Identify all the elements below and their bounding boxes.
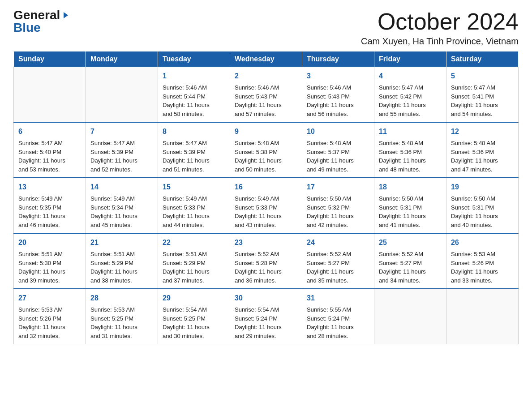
logo-arrow-icon xyxy=(62,11,70,21)
day-info: Sunrise: 5:48 AM Sunset: 5:36 PM Dayligh… xyxy=(451,139,514,174)
calendar-cell: 31Sunrise: 5:55 AM Sunset: 5:24 PM Dayli… xyxy=(302,289,374,344)
day-number: 6 xyxy=(18,126,81,137)
day-number: 4 xyxy=(379,71,442,81)
calendar-cell: 17Sunrise: 5:50 AM Sunset: 5:32 PM Dayli… xyxy=(302,178,374,233)
calendar-cell: 23Sunrise: 5:52 AM Sunset: 5:28 PM Dayli… xyxy=(230,233,302,289)
logo-general: General xyxy=(13,9,60,21)
day-info: Sunrise: 5:46 AM Sunset: 5:43 PM Dayligh… xyxy=(235,83,297,118)
day-header-tuesday: Tuesday xyxy=(158,51,230,67)
day-info: Sunrise: 5:53 AM Sunset: 5:26 PM Dayligh… xyxy=(18,305,81,340)
calendar-cell: 26Sunrise: 5:53 AM Sunset: 5:26 PM Dayli… xyxy=(446,233,519,289)
day-number: 20 xyxy=(18,237,81,248)
day-info: Sunrise: 5:49 AM Sunset: 5:35 PM Dayligh… xyxy=(18,194,81,229)
day-number: 22 xyxy=(163,237,225,248)
day-info: Sunrise: 5:51 AM Sunset: 5:30 PM Dayligh… xyxy=(18,250,81,285)
calendar-cell: 8Sunrise: 5:47 AM Sunset: 5:39 PM Daylig… xyxy=(158,122,230,178)
calendar-week-row: 6Sunrise: 5:47 AM Sunset: 5:40 PM Daylig… xyxy=(14,122,519,178)
calendar-cell: 10Sunrise: 5:48 AM Sunset: 5:37 PM Dayli… xyxy=(302,122,374,178)
calendar-cell: 12Sunrise: 5:48 AM Sunset: 5:36 PM Dayli… xyxy=(446,122,519,178)
day-info: Sunrise: 5:48 AM Sunset: 5:38 PM Dayligh… xyxy=(235,139,297,174)
logo-blue: Blue xyxy=(13,21,41,34)
day-number: 2 xyxy=(235,71,297,81)
svg-marker-0 xyxy=(64,12,68,18)
day-number: 25 xyxy=(379,237,442,248)
calendar-cell: 3Sunrise: 5:46 AM Sunset: 5:43 PM Daylig… xyxy=(302,67,374,123)
calendar-cell: 13Sunrise: 5:49 AM Sunset: 5:35 PM Dayli… xyxy=(14,178,86,233)
day-number: 31 xyxy=(307,293,369,304)
calendar-cell: 27Sunrise: 5:53 AM Sunset: 5:26 PM Dayli… xyxy=(14,289,86,344)
calendar-cell: 5Sunrise: 5:47 AM Sunset: 5:41 PM Daylig… xyxy=(446,67,519,123)
day-info: Sunrise: 5:47 AM Sunset: 5:42 PM Dayligh… xyxy=(379,83,442,118)
calendar-cell: 18Sunrise: 5:50 AM Sunset: 5:31 PM Dayli… xyxy=(374,178,446,233)
day-number: 1 xyxy=(163,71,225,81)
calendar-week-row: 1Sunrise: 5:46 AM Sunset: 5:44 PM Daylig… xyxy=(14,67,519,123)
day-info: Sunrise: 5:47 AM Sunset: 5:39 PM Dayligh… xyxy=(90,139,153,174)
day-number: 13 xyxy=(18,182,81,193)
day-number: 17 xyxy=(307,182,369,193)
day-info: Sunrise: 5:47 AM Sunset: 5:39 PM Dayligh… xyxy=(163,139,225,174)
day-number: 26 xyxy=(451,237,514,248)
day-info: Sunrise: 5:54 AM Sunset: 5:25 PM Dayligh… xyxy=(163,305,225,340)
calendar-table: SundayMondayTuesdayWednesdayThursdayFrid… xyxy=(13,51,519,344)
calendar-cell: 14Sunrise: 5:49 AM Sunset: 5:34 PM Dayli… xyxy=(86,178,158,233)
month-title: October 2024 xyxy=(361,9,519,34)
calendar-cell: 1Sunrise: 5:46 AM Sunset: 5:44 PM Daylig… xyxy=(158,67,230,123)
calendar-cell xyxy=(374,289,446,344)
calendar-header-row: SundayMondayTuesdayWednesdayThursdayFrid… xyxy=(14,51,519,67)
calendar-cell: 11Sunrise: 5:48 AM Sunset: 5:36 PM Dayli… xyxy=(374,122,446,178)
day-info: Sunrise: 5:47 AM Sunset: 5:41 PM Dayligh… xyxy=(451,83,514,118)
day-info: Sunrise: 5:46 AM Sunset: 5:44 PM Dayligh… xyxy=(163,83,225,118)
day-header-monday: Monday xyxy=(86,51,158,67)
day-header-saturday: Saturday xyxy=(446,51,519,67)
day-number: 24 xyxy=(307,237,369,248)
day-info: Sunrise: 5:52 AM Sunset: 5:27 PM Dayligh… xyxy=(379,250,442,285)
day-info: Sunrise: 5:48 AM Sunset: 5:37 PM Dayligh… xyxy=(307,139,369,174)
calendar-cell xyxy=(14,67,86,123)
day-number: 29 xyxy=(163,293,225,304)
calendar-cell: 19Sunrise: 5:50 AM Sunset: 5:31 PM Dayli… xyxy=(446,178,519,233)
day-info: Sunrise: 5:51 AM Sunset: 5:29 PM Dayligh… xyxy=(90,250,153,285)
calendar-cell: 16Sunrise: 5:49 AM Sunset: 5:33 PM Dayli… xyxy=(230,178,302,233)
day-info: Sunrise: 5:46 AM Sunset: 5:43 PM Dayligh… xyxy=(307,83,369,118)
location-title: Cam Xuyen, Ha Tinh Province, Vietnam xyxy=(361,36,519,47)
day-number: 3 xyxy=(307,71,369,81)
day-number: 9 xyxy=(235,126,297,137)
calendar-cell: 22Sunrise: 5:51 AM Sunset: 5:29 PM Dayli… xyxy=(158,233,230,289)
day-info: Sunrise: 5:53 AM Sunset: 5:26 PM Dayligh… xyxy=(451,250,514,285)
day-number: 7 xyxy=(90,126,153,137)
day-number: 27 xyxy=(18,293,81,304)
day-info: Sunrise: 5:50 AM Sunset: 5:31 PM Dayligh… xyxy=(451,194,514,229)
calendar-cell: 28Sunrise: 5:53 AM Sunset: 5:25 PM Dayli… xyxy=(86,289,158,344)
calendar-cell: 15Sunrise: 5:49 AM Sunset: 5:33 PM Dayli… xyxy=(158,178,230,233)
calendar-cell xyxy=(446,289,519,344)
calendar-cell: 21Sunrise: 5:51 AM Sunset: 5:29 PM Dayli… xyxy=(86,233,158,289)
day-number: 23 xyxy=(235,237,297,248)
day-info: Sunrise: 5:52 AM Sunset: 5:28 PM Dayligh… xyxy=(235,250,297,285)
day-number: 8 xyxy=(163,126,225,137)
calendar-cell: 20Sunrise: 5:51 AM Sunset: 5:30 PM Dayli… xyxy=(14,233,86,289)
calendar-cell: 29Sunrise: 5:54 AM Sunset: 5:25 PM Dayli… xyxy=(158,289,230,344)
day-info: Sunrise: 5:50 AM Sunset: 5:32 PM Dayligh… xyxy=(307,194,369,229)
day-number: 14 xyxy=(90,182,153,193)
day-info: Sunrise: 5:51 AM Sunset: 5:29 PM Dayligh… xyxy=(163,250,225,285)
day-info: Sunrise: 5:47 AM Sunset: 5:40 PM Dayligh… xyxy=(18,139,81,174)
day-header-friday: Friday xyxy=(374,51,446,67)
calendar-week-row: 27Sunrise: 5:53 AM Sunset: 5:26 PM Dayli… xyxy=(14,289,519,344)
day-number: 16 xyxy=(235,182,297,193)
calendar-cell: 25Sunrise: 5:52 AM Sunset: 5:27 PM Dayli… xyxy=(374,233,446,289)
calendar-cell: 7Sunrise: 5:47 AM Sunset: 5:39 PM Daylig… xyxy=(86,122,158,178)
day-info: Sunrise: 5:54 AM Sunset: 5:24 PM Dayligh… xyxy=(235,305,297,340)
calendar-cell: 30Sunrise: 5:54 AM Sunset: 5:24 PM Dayli… xyxy=(230,289,302,344)
day-header-thursday: Thursday xyxy=(302,51,374,67)
day-info: Sunrise: 5:53 AM Sunset: 5:25 PM Dayligh… xyxy=(90,305,153,340)
day-number: 15 xyxy=(163,182,225,193)
logo: General Blue xyxy=(13,9,70,34)
day-number: 18 xyxy=(379,182,442,193)
calendar-week-row: 20Sunrise: 5:51 AM Sunset: 5:30 PM Dayli… xyxy=(14,233,519,289)
day-info: Sunrise: 5:55 AM Sunset: 5:24 PM Dayligh… xyxy=(307,305,369,340)
day-header-sunday: Sunday xyxy=(14,51,86,67)
day-info: Sunrise: 5:49 AM Sunset: 5:33 PM Dayligh… xyxy=(235,194,297,229)
day-number: 12 xyxy=(451,126,514,137)
calendar-cell: 4Sunrise: 5:47 AM Sunset: 5:42 PM Daylig… xyxy=(374,67,446,123)
calendar-cell: 9Sunrise: 5:48 AM Sunset: 5:38 PM Daylig… xyxy=(230,122,302,178)
